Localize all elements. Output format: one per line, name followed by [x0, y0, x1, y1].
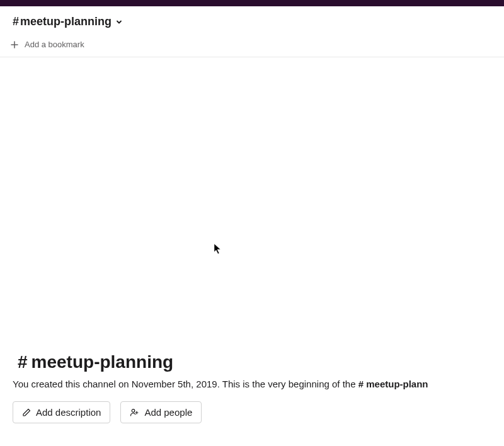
channel-intro-title: # meetup-planning: [13, 352, 491, 372]
channel-header: # meetup-planning: [0, 6, 504, 35]
chevron-down-icon: [115, 18, 123, 26]
plus-icon: [11, 41, 18, 49]
svg-point-0: [132, 409, 135, 412]
channel-name-text: meetup-planning: [20, 15, 112, 28]
intro-actions: Add description Add people: [13, 401, 491, 423]
intro-desc-channel: # meetup-plann: [358, 379, 428, 389]
hash-icon: #: [13, 15, 19, 28]
add-bookmark-label: Add a bookmark: [25, 40, 84, 49]
channel-intro: # meetup-planning You created this chann…: [0, 352, 504, 447]
channel-name-button[interactable]: # meetup-planning: [13, 15, 123, 28]
intro-channel-name: meetup-planning: [32, 352, 174, 372]
window-top-bar: [0, 0, 504, 6]
add-description-label: Add description: [36, 407, 101, 418]
pencil-icon: [22, 408, 31, 417]
person-add-icon: [130, 408, 139, 417]
intro-desc-prefix: You created this channel on November 5th…: [13, 379, 358, 389]
bookmark-bar: Add a bookmark: [0, 35, 504, 57]
hash-icon: #: [18, 352, 28, 372]
add-people-label: Add people: [144, 407, 192, 418]
channel-intro-description: You created this channel on November 5th…: [13, 377, 491, 392]
add-bookmark-button[interactable]: Add a bookmark: [11, 40, 84, 49]
add-people-button[interactable]: Add people: [120, 401, 202, 423]
cursor-icon: [214, 243, 222, 257]
add-description-button[interactable]: Add description: [13, 401, 110, 423]
